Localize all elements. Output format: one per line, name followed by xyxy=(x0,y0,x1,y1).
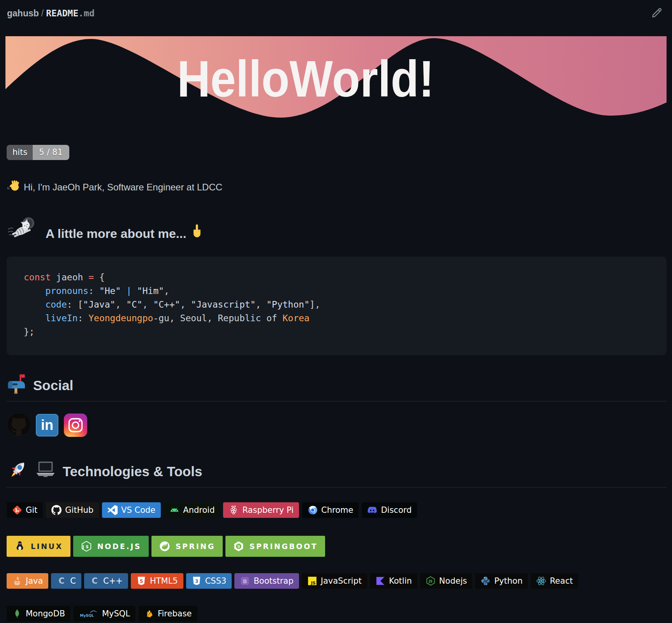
svg-text:5: 5 xyxy=(140,578,143,584)
linux-icon xyxy=(14,540,26,552)
badge-label: C xyxy=(70,576,76,586)
badge-android: Android xyxy=(164,502,220,518)
badge-label: Chrome xyxy=(321,505,353,515)
vs-code-icon xyxy=(107,505,118,515)
badge-label: Raspberry Pi xyxy=(242,505,294,515)
badge-c: CC++ xyxy=(84,573,128,589)
c-icon: C xyxy=(90,576,100,586)
react-icon xyxy=(536,576,546,586)
badge-css3: 3CSS3 xyxy=(186,573,232,589)
about-row: A little more about me... xyxy=(7,215,667,243)
instagram-link[interactable] xyxy=(63,413,88,437)
badge-label: NODE.JS xyxy=(97,542,141,551)
mailbox-icon xyxy=(7,373,27,398)
firebase-icon xyxy=(144,609,154,619)
badge-node-js: JSNODE.JS xyxy=(73,536,149,557)
badge-label: Java xyxy=(26,576,43,586)
code-line: code: ["Java", "C", "C++", "Javascript",… xyxy=(24,298,650,312)
tech-badge-row-2: LINUXJSNODE.JSSPRINGSPRINGBOOT xyxy=(7,536,667,557)
badge-python: Python xyxy=(475,573,528,589)
badge-git: Git xyxy=(7,502,43,518)
github-link[interactable] xyxy=(7,413,31,437)
code-line: pronouns: "He" | "Him", xyxy=(24,284,650,298)
rocket-icon xyxy=(7,459,28,484)
top-bar: gahusb/README.md xyxy=(0,0,672,26)
badge-label: JavaScript xyxy=(321,576,362,586)
breadcrumb-file-extension: .md xyxy=(78,8,95,18)
springboot-icon xyxy=(233,540,245,552)
tech-badge-row-1: GitGitHubVS CodeAndroidRaspberry PiChrom… xyxy=(7,502,667,518)
badge-react: React xyxy=(531,573,578,589)
svg-text:JS: JS xyxy=(82,545,90,549)
tech-badge-row-4: MongoDBMySQLMySQLFirebase xyxy=(7,606,667,621)
badge-label: HTML5 xyxy=(150,576,178,586)
code-line: liveIn: Yeongdeungpo-gu, Seoul, Republic… xyxy=(24,312,650,325)
badge-label: LINUX xyxy=(31,542,63,551)
badge-label: SPRING xyxy=(176,542,215,551)
badge-label: Nodejs xyxy=(439,576,467,586)
badge-label: SPRINGBOOT xyxy=(250,542,318,551)
badge-label: Discord xyxy=(381,505,412,515)
linkedin-link[interactable]: in xyxy=(35,413,59,437)
python-icon xyxy=(480,576,491,586)
mysql-icon: MySQL xyxy=(79,609,99,619)
c-icon: C xyxy=(56,576,67,586)
badge-discord: Discord xyxy=(362,502,417,518)
badge-bootstrap: BBootstrap xyxy=(234,573,299,589)
badge-chrome: Chrome xyxy=(302,502,359,518)
badge-label: Android xyxy=(183,505,215,515)
badge-vs-code: VS Code xyxy=(102,502,161,518)
spring-icon xyxy=(159,540,171,552)
code-line: const jaeoh = { xyxy=(24,271,650,284)
github-icon xyxy=(7,412,31,438)
badge-label: Bootstrap xyxy=(253,576,293,586)
intro-line: Hi, I'm JaeOh Park, Software Engineer at… xyxy=(7,180,667,195)
badge-label: C++ xyxy=(103,576,123,586)
badge-spring: SPRING xyxy=(151,536,223,557)
breadcrumb-separator: / xyxy=(39,8,46,18)
code-block: const jaeoh = { pronouns: "He" | "Him", … xyxy=(7,257,667,355)
social-heading-text: Social xyxy=(33,378,73,393)
svg-text:MySQL: MySQL xyxy=(80,613,94,618)
javascript-icon: JS xyxy=(307,576,317,586)
badge-label: Git xyxy=(26,505,37,515)
hits-badge-label: hits xyxy=(7,145,33,160)
java-icon xyxy=(12,576,22,586)
linkedin-icon: in xyxy=(36,414,58,436)
badge-label: CSS3 xyxy=(205,576,227,586)
github-icon xyxy=(51,505,62,515)
android-icon xyxy=(169,505,179,515)
badge-java: Java xyxy=(7,573,48,589)
raspberry-pi-icon xyxy=(229,505,239,515)
hits-badge-value: 5 / 81 xyxy=(33,145,69,160)
code-line: }; xyxy=(24,325,650,339)
badge-label: Python xyxy=(494,576,522,586)
hits-badge: hits 5 / 81 xyxy=(7,145,69,160)
css3-icon: 3 xyxy=(192,576,202,586)
breadcrumb-user[interactable]: gahusb xyxy=(7,8,39,18)
badge-label: Kotlin xyxy=(389,576,412,586)
node-js-icon: JS xyxy=(81,540,92,552)
svg-text:C: C xyxy=(91,576,97,586)
badge-label: GitHub xyxy=(65,505,93,515)
badge-github: GitHub xyxy=(46,502,99,518)
bootstrap-icon: B xyxy=(240,576,250,586)
badge-springboot: SPRINGBOOT xyxy=(225,536,325,557)
instagram-icon xyxy=(64,414,87,437)
intro-text: Hi, I'm JaeOh Park, Software Engineer at… xyxy=(24,182,222,193)
about-heading: A little more about me... xyxy=(46,224,203,243)
kotlin-icon xyxy=(375,576,385,586)
badge-raspberry-pi: Raspberry Pi xyxy=(223,502,299,518)
social-links-row: in xyxy=(7,413,667,437)
badge-label: React xyxy=(550,576,573,586)
discord-icon xyxy=(367,505,377,515)
badge-label: Firebase xyxy=(158,609,192,618)
social-section-heading: Social xyxy=(7,373,667,401)
badge-label: MySQL xyxy=(102,609,130,618)
laptop-icon xyxy=(35,460,56,483)
tech-section-heading: Technologies & Tools xyxy=(7,459,667,487)
badge-mongodb: MongoDB xyxy=(7,606,70,621)
badge-html5: 5HTML5 xyxy=(131,573,183,589)
edit-button[interactable] xyxy=(649,5,664,21)
pointing-up-icon xyxy=(191,224,203,241)
